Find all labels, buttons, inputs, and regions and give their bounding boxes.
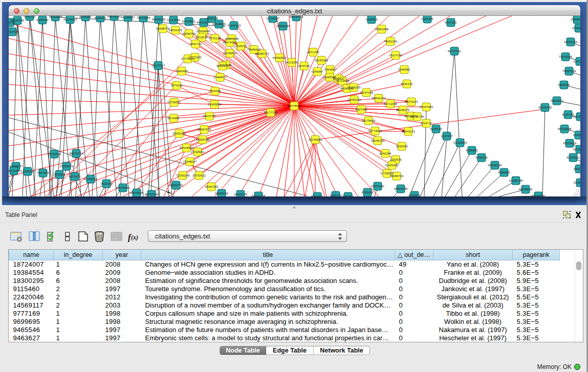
- svg-text:70348247: 70348247: [183, 160, 197, 163]
- svg-text:67632016: 67632016: [48, 152, 61, 156]
- svg-text:0842710: 0842710: [189, 42, 202, 46]
- svg-text:2805982: 2805982: [573, 167, 580, 170]
- svg-text:61595148: 61595148: [509, 179, 523, 182]
- svg-text:34123281: 34123281: [285, 61, 299, 64]
- svg-text:27849808: 27849808: [572, 27, 580, 30]
- svg-text:3518233: 3518233: [235, 45, 247, 48]
- svg-text:26179640: 26179640: [362, 119, 376, 122]
- svg-text:73602606: 73602606: [559, 55, 573, 58]
- svg-text:43534624: 43534624: [563, 142, 577, 145]
- svg-text:24896383: 24896383: [276, 25, 290, 28]
- svg-text:5045562: 5045562: [398, 68, 410, 71]
- svg-text:1509839: 1509839: [365, 18, 378, 21]
- svg-text:58842474: 58842474: [372, 97, 386, 100]
- svg-text:43455812: 43455812: [84, 178, 98, 181]
- svg-text:1839335: 1839335: [396, 145, 408, 148]
- svg-text:69784801: 69784801: [182, 20, 196, 23]
- svg-text:(x): (x): [131, 234, 138, 241]
- svg-text:31931491: 31931491: [371, 185, 385, 188]
- svg-text:4294019: 4294019: [475, 156, 488, 159]
- svg-text:71756551: 71756551: [167, 101, 181, 104]
- svg-text:43303654: 43303654: [453, 141, 467, 144]
- svg-text:39084700: 39084700: [390, 174, 404, 178]
- svg-text:4192832: 4192832: [94, 16, 106, 19]
- svg-text:21465840: 21465840: [208, 103, 222, 106]
- svg-text:13433200: 13433200: [21, 170, 35, 173]
- svg-text:8692221: 8692221: [401, 82, 413, 85]
- svg-text:64641708: 64641708: [252, 194, 266, 196]
- svg-text:15869232: 15869232: [571, 18, 580, 21]
- svg-text:36183242: 36183242: [315, 59, 329, 62]
- svg-text:58867533: 58867533: [198, 128, 211, 131]
- svg-text:3623166: 3623166: [100, 182, 113, 185]
- svg-text:93534874: 93534874: [574, 115, 580, 118]
- svg-text:51712368: 51712368: [384, 102, 398, 105]
- svg-text:06990162: 06990162: [215, 192, 229, 195]
- svg-text:85574443: 85574443: [223, 41, 237, 44]
- svg-text:6513338: 6513338: [9, 30, 18, 33]
- svg-text:02402681: 02402681: [385, 164, 399, 167]
- svg-text:21249985: 21249985: [309, 138, 322, 141]
- svg-text:42786801: 42786801: [573, 148, 580, 151]
- svg-text:64835030: 64835030: [107, 16, 121, 18]
- svg-text:10122691: 10122691: [167, 18, 181, 21]
- svg-text:39005329: 39005329: [371, 139, 385, 142]
- svg-text:7826398: 7826398: [209, 90, 221, 93]
- svg-text:1020539: 1020539: [389, 158, 402, 161]
- svg-text:9232719: 9232719: [330, 194, 342, 196]
- svg-text:21047095: 21047095: [360, 91, 374, 94]
- svg-text:2870831: 2870831: [53, 173, 66, 176]
- svg-text:64990913: 64990913: [273, 56, 287, 59]
- svg-text:38721489: 38721489: [9, 169, 21, 172]
- svg-text:46578713: 46578713: [290, 16, 303, 18]
- svg-text:21456232: 21456232: [347, 98, 361, 101]
- svg-text:10801326: 10801326: [564, 40, 578, 43]
- svg-text:87603859: 87603859: [180, 146, 193, 149]
- svg-text:34957885: 34957885: [225, 37, 239, 40]
- svg-text:9042284: 9042284: [379, 152, 391, 155]
- svg-text:8613171: 8613171: [216, 64, 229, 68]
- svg-text:11671902: 11671902: [188, 56, 202, 59]
- svg-text:4471349: 4471349: [307, 51, 319, 54]
- svg-text:8267586: 8267586: [355, 108, 367, 111]
- svg-text:99650752: 99650752: [182, 32, 196, 35]
- svg-text:98478961: 98478961: [288, 104, 301, 107]
- svg-text:64139537: 64139537: [121, 16, 135, 19]
- svg-text:27028951: 27028951: [191, 150, 205, 154]
- svg-text:43699577: 43699577: [9, 165, 23, 168]
- svg-text:6542351: 6542351: [24, 16, 36, 18]
- svg-text:90916998: 90916998: [558, 127, 572, 130]
- svg-text:6025634: 6025634: [430, 127, 442, 130]
- svg-text:3990490: 3990490: [176, 70, 188, 73]
- svg-text:49972787: 49972787: [203, 115, 216, 118]
- svg-text:70154303: 70154303: [227, 24, 241, 27]
- svg-text:84514627: 84514627: [197, 21, 211, 24]
- svg-text:7770143: 7770143: [209, 37, 221, 40]
- svg-text:06562729: 06562729: [169, 184, 183, 187]
- svg-text:4873471: 4873471: [69, 175, 81, 178]
- svg-text:7452991: 7452991: [342, 195, 354, 196]
- svg-text:69379237: 69379237: [405, 100, 419, 103]
- svg-text:7464887: 7464887: [324, 68, 336, 71]
- svg-text:65648236: 65648236: [519, 188, 533, 191]
- svg-text:18702621: 18702621: [192, 174, 206, 177]
- svg-text:78091343: 78091343: [384, 40, 398, 43]
- svg-text:5310033: 5310033: [311, 195, 323, 196]
- svg-text:4190496: 4190496: [361, 191, 374, 194]
- svg-text:63605766: 63605766: [196, 138, 210, 141]
- svg-text:09670546: 09670546: [130, 191, 144, 194]
- svg-text:74989413: 74989413: [247, 48, 261, 51]
- svg-text:55698169: 55698169: [488, 164, 502, 167]
- svg-text:62994680: 62994680: [532, 194, 546, 196]
- svg-text:87603669: 87603669: [116, 186, 130, 189]
- svg-text:16048175: 16048175: [396, 108, 410, 112]
- svg-text:27484677: 27484677: [213, 76, 227, 79]
- svg-text:1607337: 1607337: [441, 135, 453, 138]
- svg-text:20450533: 20450533: [574, 181, 580, 184]
- svg-text:16117240: 16117240: [389, 54, 403, 57]
- svg-text:51079911: 51079911: [567, 156, 580, 159]
- svg-text:32528809: 32528809: [212, 23, 226, 26]
- svg-text:66177115: 66177115: [264, 111, 278, 114]
- svg-text:88937346: 88937346: [145, 193, 159, 196]
- svg-text:6716572: 6716572: [408, 194, 421, 196]
